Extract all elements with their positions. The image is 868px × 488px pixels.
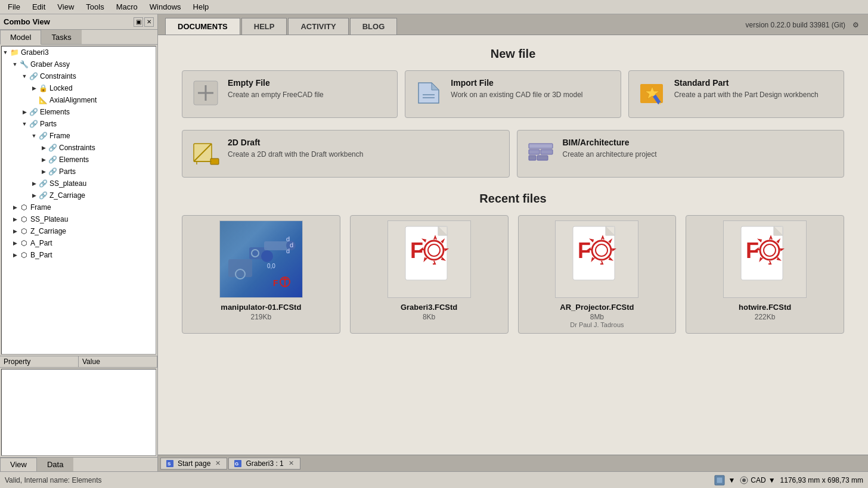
tree-arrow-z-carriage[interactable]: ▶ [30,192,38,198]
menu-edit[interactable]: Edit [27,1,51,13]
card-icon-bim [526,138,556,167]
tree-item-b-part[interactable]: ▶ ⬡ B_Part [2,249,156,261]
tree-item-ss-plateau2[interactable]: ▶ ⬡ SS_Plateau [2,213,156,225]
tree-label-frame-constraints: Constraints [59,144,95,152]
tree-item-axial[interactable]: ▶ 📐 AxialAlignment [2,94,156,106]
tree-arrow-frame-parts[interactable]: ▶ [40,169,47,175]
tree-arrow-frame[interactable]: ▼ [30,133,38,139]
nav-tab-blog[interactable]: BLOG [350,18,398,35]
cad-dropdown[interactable]: ▼ [768,476,776,484]
recent-filename-ar-projector: AR_Projector.FCStd [560,303,634,312]
recent-card-ar-projector[interactable]: F AR_Projector.FCStd 8Mb Dr Paul J. Tadr… [518,215,677,334]
card-title-import: Import File [451,78,612,88]
recent-thumb-manipulator: F d d d 0,0 [219,220,303,298]
nav-tab-activity[interactable]: ACTIVITY [288,18,348,35]
tree-arrow-graber-assy[interactable]: ▼ [11,61,18,67]
top-nav: DOCUMENTS HELP ACTIVITY BLOG version 0.2… [158,14,868,35]
nav-tabs: DOCUMENTS HELP ACTIVITY BLOG [165,18,397,35]
tab-close-graberi3[interactable]: ✕ [287,459,295,467]
tree-item-frame-elements[interactable]: ▶ 🔗 Elements [2,154,156,166]
recent-card-graberi3[interactable]: F Graberi3.FCStd 8Kb [350,215,509,334]
tree-arrow-a-part[interactable]: ▶ [11,240,18,246]
recent-card-manipulator[interactable]: F d d d 0,0 manipul [182,215,340,334]
combo-btn-close[interactable]: ✕ [144,17,154,27]
menu-windows[interactable]: Windows [144,1,187,13]
tab-view[interactable]: View [0,458,37,471]
menu-help[interactable]: Help [188,1,215,13]
recent-size-hotwire: 222Kb [755,313,776,321]
card-import-file[interactable]: Import File Work on an existing CAD file… [405,70,621,118]
tree-arrow-ss-plateau2[interactable]: ▶ [11,216,18,222]
tab-label-graberi3: Graberi3 : 1 [246,459,283,468]
tree-arrow-graberi3[interactable]: ▼ [2,49,9,55]
tab-tasks[interactable]: Tasks [41,30,81,44]
tree-arrow-parts[interactable]: ▼ [21,121,28,127]
svg-point-23 [261,250,273,262]
tree-arrow-frame-elements[interactable]: ▶ [40,157,47,163]
status-dimensions: 1176,93 mm x 698,73 mm [780,476,863,484]
tree-container[interactable]: ▼ 📁 Graberi3 ▼ 🔧 Graber Assy ▼ 🔗 Constra… [1,46,156,355]
card-2d-draft[interactable]: 2D Draft Create a 2D draft with the Draf… [182,130,510,178]
tree-item-frame-parts[interactable]: ▶ 🔗 Parts [2,166,156,178]
status-view-cube[interactable]: ▼ [714,474,735,486]
panel-tabs: Model Tasks [0,30,157,45]
property-panel: Property Value [0,356,157,457]
tree-item-z-carriage2[interactable]: ▶ ⬡ Z_Carriage [2,225,156,237]
recent-filename-hotwire: hotwire.FCStd [739,303,791,312]
nav-tab-help[interactable]: HELP [241,18,287,35]
combo-view-header: Combo View ▣ ✕ [0,14,157,30]
version-info: version 0.22.0 build 33981 (Git) ⚙ [746,20,861,33]
tree-arrow-frame-constraints[interactable]: ▶ [40,145,47,151]
tree-label-graberi3: Graberi3 [21,48,49,57]
svg-text:d: d [286,247,290,254]
recent-size-ar-projector: 8Mb [590,313,604,321]
card-desc-empty: Create an empty FreeCAD file [228,90,389,100]
recent-files-grid: F d d d 0,0 manipul [182,215,844,334]
tree-item-graber-assy[interactable]: ▼ 🔧 Graber Assy [2,58,156,70]
tab-model[interactable]: Model [0,30,41,45]
gear-icon[interactable]: ⚙ [850,20,861,30]
tree-item-ss-plateau[interactable]: ▶ 🔗 SS_plateau [2,178,156,189]
tree-arrow-constraints[interactable]: ▼ [21,73,28,79]
menubar: File Edit View Tools Macro Windows Help [0,0,868,14]
menu-macro[interactable]: Macro [111,1,143,13]
svg-marker-4 [432,83,439,90]
card-empty-file[interactable]: Empty File Create an empty FreeCAD file [182,70,398,118]
tree-label-z-carriage2: Z_Carriage [30,227,66,235]
tree-arrow-elements[interactable]: ▶ [21,109,28,115]
svg-rect-21 [228,259,252,277]
tree-label-frame: Frame [49,132,70,140]
cad-icon [740,476,748,484]
tree-item-frame[interactable]: ▼ 🔗 Frame [2,130,156,142]
tab-data[interactable]: Data [37,458,73,471]
tree-item-frame-constraints[interactable]: ▶ 🔗 Constraints [2,142,156,154]
menu-file[interactable]: File [2,1,26,13]
tree-item-parts[interactable]: ▼ 🔗 Parts [2,118,156,130]
tree-icon-frame2: ⬡ [18,202,29,213]
card-standard-part[interactable]: Standard Part Create a part with the Par… [628,70,844,118]
card-bim[interactable]: BIM/Architecture Create an architecture … [517,130,845,178]
page-tab-graberi3[interactable]: G Graberi3 : 1 ✕ [228,458,300,470]
recent-card-hotwire[interactable]: F hotwire.FCStd 222Kb [686,215,844,334]
tree-arrow-frame2[interactable]: ▶ [11,204,18,210]
tree-item-z-carriage[interactable]: ▶ 🔗 Z_Carriage [2,189,156,201]
tree-arrow-z-carriage2[interactable]: ▶ [11,228,18,234]
tree-arrow-b-part[interactable]: ▶ [11,252,18,258]
combo-btn-restore[interactable]: ▣ [134,17,143,27]
card-title-bim: BIM/Architecture [563,138,836,147]
menu-view[interactable]: View [52,1,79,13]
menu-tools[interactable]: Tools [80,1,109,13]
nav-tab-documents[interactable]: DOCUMENTS [165,18,240,35]
tree-arrow-ss-plateau[interactable]: ▶ [30,181,38,187]
tree-item-graberi3[interactable]: ▼ 📁 Graberi3 [2,46,156,58]
tree-item-locked[interactable]: ▶ 🔒 Locked [2,82,156,94]
view-dropdown-arrow[interactable]: ▼ [728,476,735,484]
tree-item-a-part[interactable]: ▶ ⬡ A_Part [2,237,156,249]
tree-arrow-locked[interactable]: ▶ [30,85,38,91]
svg-marker-3 [418,83,439,103]
tab-close-start[interactable]: ✕ [214,459,222,467]
tree-item-constraints[interactable]: ▼ 🔗 Constraints [2,70,156,82]
tree-item-elements[interactable]: ▶ 🔗 Elements [2,106,156,118]
page-tab-start[interactable]: S Start page ✕ [160,458,227,470]
tree-item-frame2[interactable]: ▶ ⬡ Frame [2,201,156,213]
